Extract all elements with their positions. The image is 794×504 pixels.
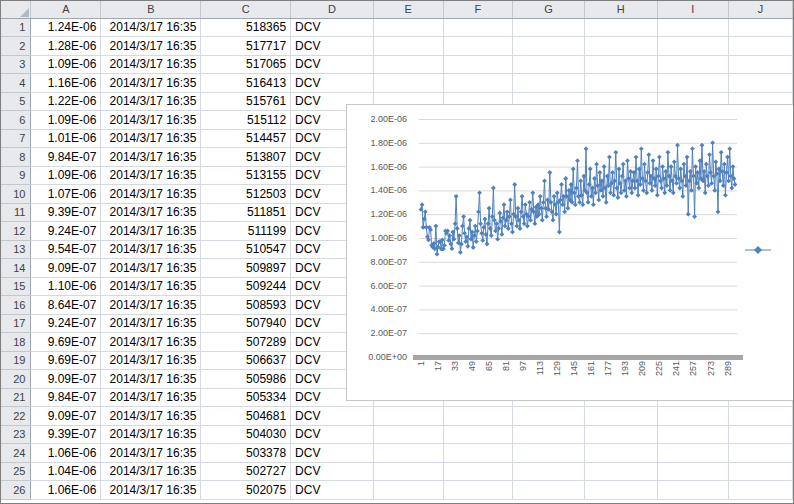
chart-legend[interactable] xyxy=(745,241,771,251)
cell-F4[interactable] xyxy=(443,74,513,93)
cell-I26[interactable] xyxy=(657,481,729,500)
cell-C6[interactable]: 515112 xyxy=(201,111,291,130)
cell-C18[interactable]: 507289 xyxy=(201,333,291,352)
column-header-B[interactable]: B xyxy=(101,1,201,18)
cell-D1[interactable]: DCV xyxy=(291,18,374,37)
row-header-8[interactable]: 8 xyxy=(1,148,31,167)
cell-A12[interactable]: 9.24E-07 xyxy=(31,222,101,241)
cell-G26[interactable] xyxy=(513,481,585,500)
cell-J23[interactable] xyxy=(729,425,793,444)
row-header-18[interactable]: 18 xyxy=(1,333,31,352)
chart-plot-area[interactable] xyxy=(419,119,737,357)
cell-E26[interactable] xyxy=(373,481,443,500)
column-header-A[interactable]: A xyxy=(31,1,101,18)
row-header-19[interactable]: 19 xyxy=(1,351,31,370)
cell-F24[interactable] xyxy=(443,444,513,463)
cell-E23[interactable] xyxy=(373,425,443,444)
cell-C17[interactable]: 507940 xyxy=(201,314,291,333)
cell-F23[interactable] xyxy=(443,425,513,444)
column-header-C[interactable]: C xyxy=(201,1,291,18)
cell-G22[interactable] xyxy=(513,407,585,426)
cell-C10[interactable]: 512503 xyxy=(201,185,291,204)
row-header-7[interactable]: 7 xyxy=(1,129,31,148)
cell-E3[interactable] xyxy=(373,55,443,74)
cell-A14[interactable]: 9.09E-07 xyxy=(31,259,101,278)
cell-J1[interactable] xyxy=(729,18,793,37)
cell-I25[interactable] xyxy=(657,462,729,481)
cell-A2[interactable]: 1.28E-06 xyxy=(31,37,101,56)
row-header-25[interactable]: 25 xyxy=(1,462,31,481)
cell-H4[interactable] xyxy=(584,74,657,93)
cell-A5[interactable]: 1.22E-06 xyxy=(31,92,101,111)
cell-H25[interactable] xyxy=(584,462,657,481)
cell-A10[interactable]: 1.07E-06 xyxy=(31,185,101,204)
cell-A13[interactable]: 9.54E-07 xyxy=(31,240,101,259)
cell-G3[interactable] xyxy=(513,55,585,74)
cell-C24[interactable]: 503378 xyxy=(201,444,291,463)
cell-C3[interactable]: 517065 xyxy=(201,55,291,74)
column-header-G[interactable]: G xyxy=(513,1,585,18)
cell-D3[interactable]: DCV xyxy=(291,55,374,74)
cell-C22[interactable]: 504681 xyxy=(201,407,291,426)
cell-A15[interactable]: 1.10E-06 xyxy=(31,277,101,296)
cell-J4[interactable] xyxy=(729,74,793,93)
cell-A16[interactable]: 8.64E-07 xyxy=(31,296,101,315)
cell-B6[interactable]: 2014/3/17 16:35 xyxy=(101,111,201,130)
cell-C11[interactable]: 511851 xyxy=(201,203,291,222)
cell-B12[interactable]: 2014/3/17 16:35 xyxy=(101,222,201,241)
cell-I1[interactable] xyxy=(657,18,729,37)
cell-C2[interactable]: 517717 xyxy=(201,37,291,56)
cell-H1[interactable] xyxy=(584,18,657,37)
row-header-11[interactable]: 11 xyxy=(1,203,31,222)
cell-B17[interactable]: 2014/3/17 16:35 xyxy=(101,314,201,333)
cell-D23[interactable]: DCV xyxy=(291,425,374,444)
cell-A19[interactable]: 9.69E-07 xyxy=(31,351,101,370)
cell-A1[interactable]: 1.24E-06 xyxy=(31,18,101,37)
cell-D24[interactable]: DCV xyxy=(291,444,374,463)
cell-A18[interactable]: 9.69E-07 xyxy=(31,333,101,352)
cell-B1[interactable]: 2014/3/17 16:35 xyxy=(101,18,201,37)
cell-H2[interactable] xyxy=(584,37,657,56)
cell-E1[interactable] xyxy=(373,18,443,37)
cell-H26[interactable] xyxy=(584,481,657,500)
cell-D4[interactable]: DCV xyxy=(291,74,374,93)
row-header-2[interactable]: 2 xyxy=(1,37,31,56)
cell-C13[interactable]: 510547 xyxy=(201,240,291,259)
cell-B5[interactable]: 2014/3/17 16:35 xyxy=(101,92,201,111)
cell-B4[interactable]: 2014/3/17 16:35 xyxy=(101,74,201,93)
chart-object[interactable]: 2.00E-061.80E-061.60E-061.40E-061.20E-06… xyxy=(346,104,794,401)
cell-I3[interactable] xyxy=(657,55,729,74)
column-header-D[interactable]: D xyxy=(291,1,374,18)
cell-A21[interactable]: 9.84E-07 xyxy=(31,388,101,407)
cell-B18[interactable]: 2014/3/17 16:35 xyxy=(101,333,201,352)
cell-B11[interactable]: 2014/3/17 16:35 xyxy=(101,203,201,222)
cell-I23[interactable] xyxy=(657,425,729,444)
row-header-3[interactable]: 3 xyxy=(1,55,31,74)
cell-B2[interactable]: 2014/3/17 16:35 xyxy=(101,37,201,56)
column-header-H[interactable]: H xyxy=(584,1,657,18)
cell-J25[interactable] xyxy=(729,462,793,481)
cell-A22[interactable]: 9.09E-07 xyxy=(31,407,101,426)
cell-C9[interactable]: 513155 xyxy=(201,166,291,185)
row-header-23[interactable]: 23 xyxy=(1,425,31,444)
cell-A8[interactable]: 9.84E-07 xyxy=(31,148,101,167)
cell-B19[interactable]: 2014/3/17 16:35 xyxy=(101,351,201,370)
column-header-I[interactable]: I xyxy=(657,1,729,18)
row-header-4[interactable]: 4 xyxy=(1,74,31,93)
cell-I2[interactable] xyxy=(657,37,729,56)
cell-C14[interactable]: 509897 xyxy=(201,259,291,278)
cell-G1[interactable] xyxy=(513,18,585,37)
cell-H22[interactable] xyxy=(584,407,657,426)
cell-A23[interactable]: 9.39E-07 xyxy=(31,425,101,444)
cell-C25[interactable]: 502727 xyxy=(201,462,291,481)
cell-B21[interactable]: 2014/3/17 16:35 xyxy=(101,388,201,407)
cell-C21[interactable]: 505334 xyxy=(201,388,291,407)
cell-B20[interactable]: 2014/3/17 16:35 xyxy=(101,370,201,389)
cell-B26[interactable]: 2014/3/17 16:35 xyxy=(101,481,201,500)
row-header-10[interactable]: 10 xyxy=(1,185,31,204)
cell-F25[interactable] xyxy=(443,462,513,481)
cell-B22[interactable]: 2014/3/17 16:35 xyxy=(101,407,201,426)
row-header-9[interactable]: 9 xyxy=(1,166,31,185)
cell-A6[interactable]: 1.09E-06 xyxy=(31,111,101,130)
cell-H3[interactable] xyxy=(584,55,657,74)
